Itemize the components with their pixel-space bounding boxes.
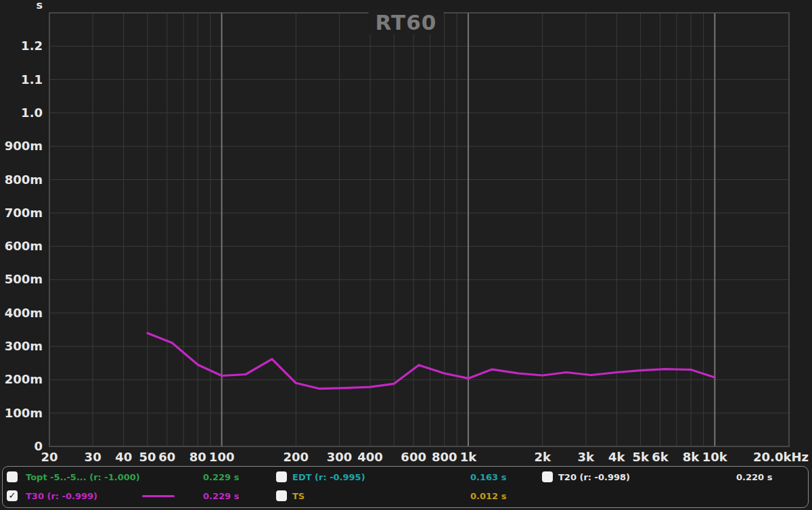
legend-item-ts: TS 0.012 s (276, 490, 537, 503)
rt60-chart: s RT60 2030405060801002003004006008001k2… (0, 0, 812, 510)
x-tick-40: 40 (115, 450, 132, 464)
ts-checkbox[interactable] (276, 490, 287, 501)
t20-label: T20 (r: -0.998) (558, 472, 630, 482)
x-tick-4k: 4k (608, 450, 625, 464)
y-tick-1.2: 1.2 (0, 39, 43, 53)
legend-item-t20: T20 (r: -0.998) 0.220 s (542, 471, 807, 484)
topt-label: Topt -5..-5... (r: -1.000) (26, 472, 140, 482)
x-tick-10k: 10k (702, 450, 727, 464)
x-tick-30: 30 (85, 450, 102, 464)
y-tick-700m: 700m (0, 206, 43, 220)
x-tick-1k: 1k (460, 450, 477, 464)
y-axis-unit: s (0, 0, 43, 11)
edt-label: EDT (r: -0.995) (292, 472, 365, 482)
y-tick-400m: 400m (0, 306, 43, 320)
y-tick-500m: 500m (0, 272, 43, 286)
x-tick-20: 20 (41, 450, 58, 464)
y-tick-800m: 800m (0, 172, 43, 187)
t30-label: T30 (r: -0.999) (26, 491, 97, 501)
topt-value: 0.229 s (203, 472, 239, 482)
x-tick-2k: 2k (534, 450, 551, 464)
x-tick-20.0kHz: 20.0kHz (753, 450, 809, 464)
x-tick-400: 400 (357, 450, 383, 464)
t30-checkbox[interactable]: ✓ (7, 490, 18, 501)
x-tick-60: 60 (158, 450, 175, 464)
y-tick-300m: 300m (0, 339, 43, 353)
x-tick-8k: 8k (683, 450, 700, 464)
edt-value: 0.163 s (470, 472, 506, 482)
legend-item-topt: Topt -5..-5... (r: -1.000) 0.229 s (7, 471, 271, 484)
y-tick-0: 0 (0, 439, 43, 453)
x-tick-100: 100 (209, 450, 235, 464)
chart-canvas (0, 0, 812, 467)
ts-label: TS (292, 491, 304, 501)
topt-checkbox[interactable] (7, 471, 18, 482)
edt-checkbox[interactable] (276, 471, 287, 482)
x-tick-3k: 3k (578, 450, 595, 464)
y-tick-1.1: 1.1 (0, 72, 43, 87)
t30-line-sample (142, 495, 175, 497)
y-tick-900m: 900m (0, 139, 43, 153)
x-tick-50: 50 (139, 450, 156, 464)
y-tick-600m: 600m (0, 239, 43, 253)
y-tick-1.0: 1.0 (0, 106, 43, 120)
x-tick-300: 300 (327, 450, 353, 464)
t20-checkbox[interactable] (542, 471, 553, 482)
x-tick-5k: 5k (632, 450, 649, 464)
ts-value: 0.012 s (470, 491, 506, 501)
y-tick-200m: 200m (0, 372, 43, 386)
x-tick-6k: 6k (652, 450, 669, 464)
t20-value: 0.220 s (736, 472, 772, 482)
x-tick-800: 800 (432, 450, 457, 464)
chart-title: RT60 (369, 10, 444, 34)
x-tick-200: 200 (284, 450, 309, 464)
x-tick-600: 600 (401, 450, 426, 464)
legend-item-edt: EDT (r: -0.995) 0.163 s (276, 471, 537, 484)
t30-value: 0.229 s (203, 491, 239, 501)
legend-item-t30: ✓ T30 (r: -0.999) 0.229 s (7, 490, 271, 503)
x-tick-80: 80 (189, 450, 206, 464)
y-tick-100m: 100m (0, 406, 43, 420)
